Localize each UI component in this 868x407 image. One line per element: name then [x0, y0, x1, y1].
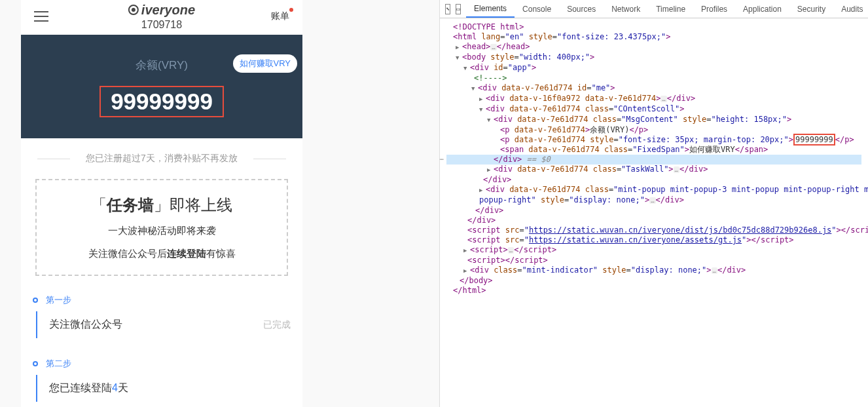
balance-value: 99999999	[99, 86, 224, 117]
mobile-preview: iveryone 1709718 账单 余额(VRY) 99999999 如何赚…	[0, 0, 440, 407]
tab-network[interactable]: Network	[604, 1, 648, 17]
tab-elements[interactable]: Elements	[466, 1, 515, 18]
step-label: 第二步	[46, 358, 71, 370]
script-url-2[interactable]: https://static.wuvan.cn/iveryone/assets/…	[529, 235, 742, 244]
step-dot-icon	[33, 298, 38, 303]
brand-logo: iveryone 1709718	[128, 3, 195, 31]
dom-tree[interactable]: <!DOCTYPE html> <html lang="en" style="f…	[440, 18, 868, 300]
selected-dom-node[interactable]: ⋯</div> == $0	[446, 155, 861, 165]
logo-text: iveryone	[141, 3, 195, 18]
tab-profiles[interactable]: Profiles	[693, 1, 735, 17]
device-icon[interactable]: ▭	[456, 4, 461, 14]
registration-notice: 您已注册超过7天，消费补贴不再发放	[21, 138, 302, 179]
step-label: 第一步	[46, 294, 71, 306]
tab-sources[interactable]: Sources	[559, 1, 604, 17]
steps-list: 第一步 关注微信公众号 已完成 第二步 您已连续登陆4天	[33, 294, 291, 402]
devtools-tabs: ⬉ ▭ Elements Console Sources Network Tim…	[440, 0, 868, 18]
devtools-panel: ⬉ ▭ Elements Console Sources Network Tim…	[440, 0, 868, 407]
tab-timeline[interactable]: Timeline	[648, 1, 693, 17]
tab-audits[interactable]: Audits	[833, 1, 868, 17]
step-1: 第一步 关注微信公众号 已完成	[33, 294, 291, 338]
task-wall-banner: 「任务墙」即将上线 一大波神秘活动即将来袭 关注微信公众号后连续登陆有惊喜	[35, 179, 288, 276]
logo-icon	[128, 5, 139, 15]
script-url-1[interactable]: https://static.wuvan.cn/iveryone/dist/js…	[529, 225, 831, 235]
tab-security[interactable]: Security	[789, 1, 833, 17]
step-dot-icon	[33, 361, 38, 366]
step-2: 第二步 您已连续登陆4天	[33, 358, 291, 402]
step-text: 关注微信公众号	[49, 318, 122, 332]
step-text: 您已连续登陆4天	[49, 381, 128, 395]
balance-card: 余额(VRY) 99999999 如何赚取VRY	[21, 35, 302, 138]
bill-button[interactable]: 账单	[271, 10, 289, 22]
logo-subtitle: 1709718	[128, 19, 195, 31]
task-wall-sub2: 关注微信公众号后连续登陆有惊喜	[43, 248, 280, 260]
tab-console[interactable]: Console	[515, 1, 559, 17]
task-wall-title: 「任务墙」即将上线	[43, 195, 280, 216]
task-wall-sub1: 一大波神秘活动即将来袭	[43, 225, 280, 237]
earn-vry-button[interactable]: 如何赚取VRY	[233, 54, 298, 73]
highlighted-value: 99999999	[793, 134, 835, 145]
step-done-button[interactable]: 已完成	[263, 319, 291, 331]
tab-application[interactable]: Application	[735, 1, 789, 17]
inspect-icon[interactable]: ⬉	[445, 4, 450, 14]
app-header: iveryone 1709718 账单	[21, 0, 302, 33]
menu-icon[interactable]	[34, 11, 48, 22]
